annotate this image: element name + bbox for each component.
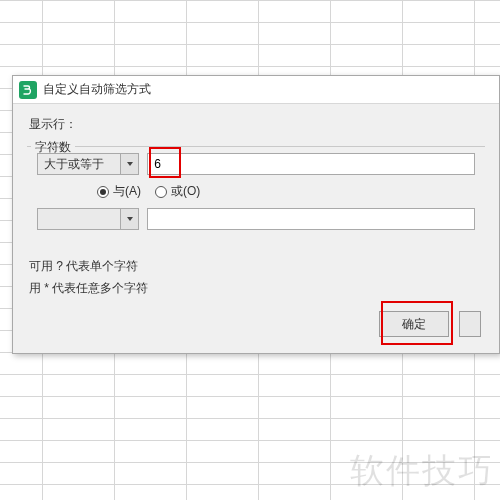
ok-button-label: 确定: [402, 316, 426, 333]
radio-and[interactable]: 与(A): [97, 183, 141, 200]
group-divider: [27, 146, 485, 147]
condition-2-row: [37, 208, 475, 230]
dialog-title: 自定义自动筛选方式: [43, 81, 151, 98]
condition-2-operator-combo[interactable]: [37, 208, 139, 230]
hint-text: 可用 ? 代表单个字符 用 * 代表任意多个字符: [29, 256, 485, 299]
combo-text: 大于或等于: [38, 156, 120, 173]
condition-1-value-input[interactable]: [147, 153, 475, 175]
cancel-button[interactable]: [459, 311, 481, 337]
hint-line-1: 可用 ? 代表单个字符: [29, 256, 485, 278]
chevron-down-icon[interactable]: [120, 154, 138, 174]
dialog-button-bar: 确定: [27, 305, 485, 341]
radio-dot-icon: [97, 186, 109, 198]
show-rows-label: 显示行：: [29, 116, 485, 133]
custom-autofilter-dialog: 自定义自动筛选方式 显示行： 字符数 大于或等于 与(A): [12, 75, 500, 354]
hint-line-2: 用 * 代表任意多个字符: [29, 278, 485, 300]
dialog-titlebar: 自定义自动筛选方式: [13, 76, 499, 104]
ok-button[interactable]: 确定: [379, 311, 449, 337]
condition-1-operator-combo[interactable]: 大于或等于: [37, 153, 139, 175]
app-icon: [19, 81, 37, 99]
condition-2-value-input[interactable]: [147, 208, 475, 230]
radio-dot-icon: [155, 186, 167, 198]
chevron-down-icon[interactable]: [120, 209, 138, 229]
dialog-body: 显示行： 字符数 大于或等于 与(A): [13, 104, 499, 353]
char-count-group: 字符数 大于或等于 与(A) 或(O): [27, 139, 485, 250]
logic-radio-group: 与(A) 或(O): [97, 183, 475, 200]
condition-1-row: 大于或等于: [37, 153, 475, 175]
radio-or-label: 或(O): [171, 183, 200, 200]
radio-and-label: 与(A): [113, 183, 141, 200]
radio-or[interactable]: 或(O): [155, 183, 200, 200]
